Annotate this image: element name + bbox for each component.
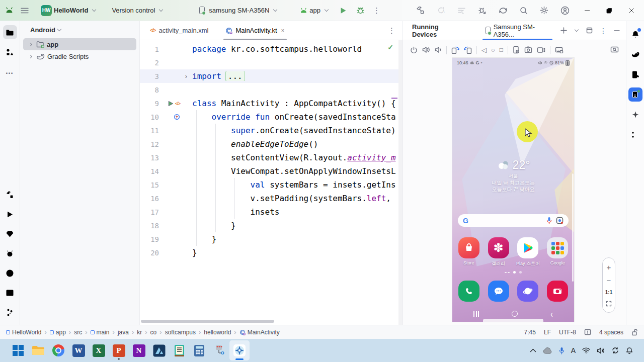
attach-debugger-icon[interactable] [478, 6, 487, 15]
breadcrumb-item[interactable]: java [118, 329, 129, 336]
hidden-icons-chevron[interactable] [530, 348, 536, 352]
line-ending[interactable]: LF [544, 329, 551, 336]
power-icon[interactable] [410, 46, 418, 54]
editor-vertical-scrollbar[interactable] [398, 40, 403, 325]
recents-button[interactable] [473, 311, 479, 317]
nav-overview-icon[interactable]: □ [500, 46, 503, 53]
volume-down-icon[interactable] [435, 46, 442, 53]
search-icon[interactable] [520, 7, 528, 15]
running-devices-tool-icon[interactable] [628, 87, 642, 102]
breadcrumb-item[interactable]: kr [137, 329, 142, 336]
minimize-button[interactable] [580, 3, 595, 18]
code-line[interactable]: 9</>class MainActivity : AppCompatActivi… [140, 97, 403, 110]
screen-record-icon[interactable] [537, 47, 545, 53]
code-line[interactable]: 19 } [140, 232, 403, 246]
fold-chevron[interactable]: › [181, 72, 191, 80]
zoom-out-button[interactable]: − [607, 277, 611, 284]
editor-horizontal-scrollbar[interactable] [141, 320, 274, 323]
expand-chevron-icon[interactable] [29, 42, 32, 46]
dock-messages[interactable] [486, 281, 512, 302]
problems-icon[interactable] [3, 266, 17, 280]
chrome-icon[interactable] [48, 340, 68, 360]
nav-back-icon[interactable]: ◁ [481, 46, 487, 54]
chevron-down-icon[interactable] [575, 28, 579, 32]
dock-camera[interactable] [544, 281, 571, 302]
notes-icon[interactable] [169, 340, 189, 360]
project-tool-icon[interactable] [3, 25, 17, 39]
gradle-tool-icon[interactable] [628, 47, 642, 61]
inspections-status-icon[interactable]: ✓ [387, 43, 393, 51]
resource-manager-icon[interactable] [3, 45, 17, 59]
editor-options-icon[interactable]: ⋮ [388, 26, 395, 35]
coverage-icon[interactable]: A [437, 6, 445, 15]
run-button[interactable] [339, 7, 347, 15]
wifi-icon[interactable] [582, 347, 590, 353]
onenote-icon[interactable]: N [129, 340, 149, 360]
settings-icon[interactable] [540, 6, 548, 15]
more-actions-icon[interactable]: ⋮ [373, 6, 380, 15]
microphone-icon[interactable] [559, 347, 565, 354]
vcs-widget[interactable]: Version control [109, 5, 166, 16]
code-line[interactable]: 18 } [140, 219, 403, 232]
home-page-indicator[interactable] [452, 271, 574, 274]
restore-button[interactable] [602, 3, 617, 18]
nav-home-icon[interactable]: ○ [491, 46, 495, 54]
code-line[interactable]: 8 [140, 83, 403, 97]
build-icon[interactable] [416, 6, 425, 15]
home-button[interactable] [512, 311, 518, 317]
word-icon[interactable]: W [68, 340, 89, 360]
volume-icon[interactable] [597, 347, 605, 354]
project-widget[interactable]: HW HelloWorld [38, 3, 99, 18]
onedrive-icon[interactable] [543, 347, 552, 354]
run-configuration[interactable]: app [297, 5, 331, 16]
excel-icon[interactable]: X [89, 340, 109, 360]
powerpoint-icon[interactable]: P [109, 340, 129, 360]
google-lens-icon[interactable] [556, 217, 564, 224]
caret-position[interactable]: 7:45 [524, 329, 536, 336]
debug-button[interactable] [356, 6, 365, 15]
code-line[interactable]: 11 super.onCreate(savedInstanceState) [140, 124, 403, 137]
zoom-in-button[interactable]: + [607, 263, 611, 271]
run-gutter-icon[interactable] [168, 101, 174, 107]
tab-activity-main-xml[interactable]: </> activity_main.xml [145, 21, 213, 40]
app-quality-insights-icon[interactable] [3, 227, 17, 241]
device-tab[interactable]: Samsung SM-A356... [481, 21, 553, 40]
device-selector[interactable]: samsung SM-A356N [196, 5, 280, 16]
screenshot-icon[interactable] [524, 46, 532, 53]
code-line[interactable]: 17 insets [140, 205, 403, 219]
code-line[interactable]: 1package kr.co.softcampus.helloworld [140, 42, 403, 56]
unlocked-icon[interactable] [631, 329, 638, 336]
file-encoding[interactable]: UTF-8 [559, 329, 576, 336]
close-tab-icon[interactable]: × [281, 27, 285, 34]
app-gallery[interactable]: ✽ 갤러리 [486, 237, 512, 267]
sync-icon[interactable] [611, 347, 619, 354]
device-settings-icon[interactable] [513, 46, 520, 54]
build-tool-icon[interactable] [3, 188, 17, 202]
fit-window-button[interactable] [606, 301, 612, 307]
notifications-icon[interactable] [628, 27, 642, 41]
hide-panel-icon[interactable] [614, 28, 620, 34]
ime-korean-indicator[interactable]: A [571, 346, 576, 354]
breadcrumb-item[interactable]: MainActivity [239, 329, 280, 336]
app-galaxy-store[interactable]: Store [456, 237, 482, 267]
override-gutter-icon[interactable] [174, 114, 180, 120]
add-device-icon[interactable] [560, 27, 567, 34]
code-area[interactable]: 1package kr.co.softcampus.helloworld23›i… [140, 40, 403, 325]
dock-samsung-internet[interactable] [515, 281, 541, 302]
google-search-bar[interactable]: G [458, 214, 569, 227]
tree-item-gradle-scripts[interactable]: Gradle Scripts [23, 50, 136, 62]
back-button[interactable]: ‹ [550, 308, 553, 319]
run-tool-icon[interactable] [3, 207, 17, 221]
app-google-folder[interactable]: Google [544, 237, 571, 267]
rotate-right-icon[interactable] [464, 46, 472, 54]
structure-tool-icon[interactable] [628, 128, 642, 142]
affinity-icon[interactable] [149, 340, 169, 360]
version-control-tool-icon[interactable] [3, 305, 17, 319]
close-button[interactable] [624, 3, 639, 18]
code-line[interactable]: 15 val systemBars = insets.getIns [140, 178, 403, 192]
breadcrumb-item[interactable]: main [91, 329, 110, 336]
code-line[interactable]: 12 enableEdgeToEdge() [140, 137, 403, 151]
voice-search-icon[interactable] [546, 217, 552, 224]
expand-chevron-icon[interactable] [29, 54, 32, 58]
dock-phone[interactable] [456, 281, 482, 302]
